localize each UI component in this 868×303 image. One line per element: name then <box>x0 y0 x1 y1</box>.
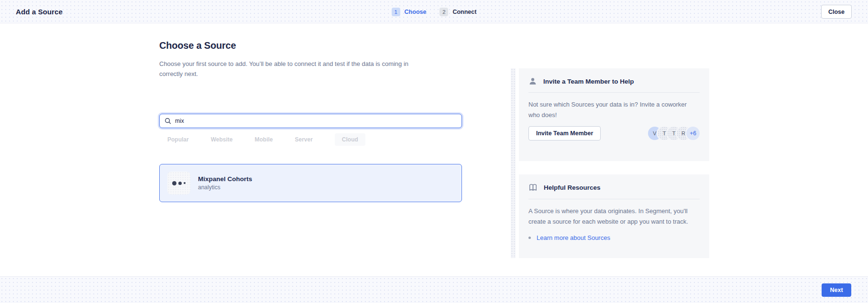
avatar-overflow-badge: +6 <box>686 127 700 140</box>
search-input[interactable] <box>175 118 457 124</box>
resources-panel-header: Helpful Resources <box>528 183 700 199</box>
modal-footer: Next <box>0 276 868 303</box>
book-icon <box>528 183 538 192</box>
invite-panel-title: Invite a Team Member to Help <box>543 78 634 85</box>
invite-panel-header: Invite a Team Member to Help <box>528 77 700 93</box>
step-choose: 1 Choose <box>392 8 427 16</box>
result-text: Mixpanel Cohorts analytics <box>198 175 252 191</box>
helpful-resources-panel: Helpful Resources A Source is where your… <box>519 174 709 258</box>
source-category: analytics <box>198 184 252 191</box>
next-button[interactable]: Next <box>822 283 851 297</box>
tab-mobile[interactable]: Mobile <box>254 133 273 146</box>
invite-panel-body: Not sure which Sources your data is in? … <box>528 99 700 120</box>
resources-link-item: Learn more about Sources <box>528 234 700 241</box>
tab-website[interactable]: Website <box>211 133 233 146</box>
category-tabs: Popular Website Mobile Server Cloud <box>167 133 365 146</box>
wizard-steps: 1 Choose 2 Connect <box>0 0 868 23</box>
learn-more-sources-link[interactable]: Learn more about Sources <box>537 234 610 241</box>
resources-panel-body: A Source is where your data originates. … <box>528 206 700 227</box>
page-title: Choose a Source <box>159 40 236 51</box>
invite-row: Invite Team Member V T T R +6 <box>528 126 700 141</box>
invite-team-member-button[interactable]: Invite Team Member <box>528 126 601 141</box>
sidebar-divider <box>511 68 516 258</box>
source-result-mixpanel-cohorts[interactable]: Mixpanel Cohorts analytics <box>159 164 462 202</box>
step-label: Choose <box>405 9 427 15</box>
source-search <box>159 114 462 128</box>
tab-cloud[interactable]: Cloud <box>335 133 365 146</box>
step-number-badge: 1 <box>392 8 400 16</box>
invite-team-panel: Invite a Team Member to Help Not sure wh… <box>519 68 709 161</box>
team-avatars: V T T R +6 <box>648 127 700 140</box>
add-source-modal: Add a Source 1 Choose 2 Connect Close Ch… <box>0 0 868 303</box>
page-description: Choose your first source to add. You’ll … <box>159 59 410 79</box>
close-button[interactable]: Close <box>821 5 852 19</box>
main-content: Choose a Source Choose your first source… <box>0 23 868 276</box>
resources-links: Learn more about Sources <box>528 234 700 241</box>
step-label: Connect <box>452 9 476 15</box>
mixpanel-dots-logo <box>167 172 190 195</box>
source-name: Mixpanel Cohorts <box>198 175 252 183</box>
resources-panel-title: Helpful Resources <box>544 184 601 191</box>
bullet-icon <box>528 237 531 239</box>
person-icon <box>528 77 537 86</box>
tab-popular[interactable]: Popular <box>167 133 189 146</box>
step-connect: 2 Connect <box>439 8 476 16</box>
search-icon <box>165 118 171 124</box>
modal-header: Add a Source 1 Choose 2 Connect Close <box>0 0 868 23</box>
tab-server[interactable]: Server <box>295 133 312 146</box>
step-number-badge: 2 <box>439 8 448 16</box>
